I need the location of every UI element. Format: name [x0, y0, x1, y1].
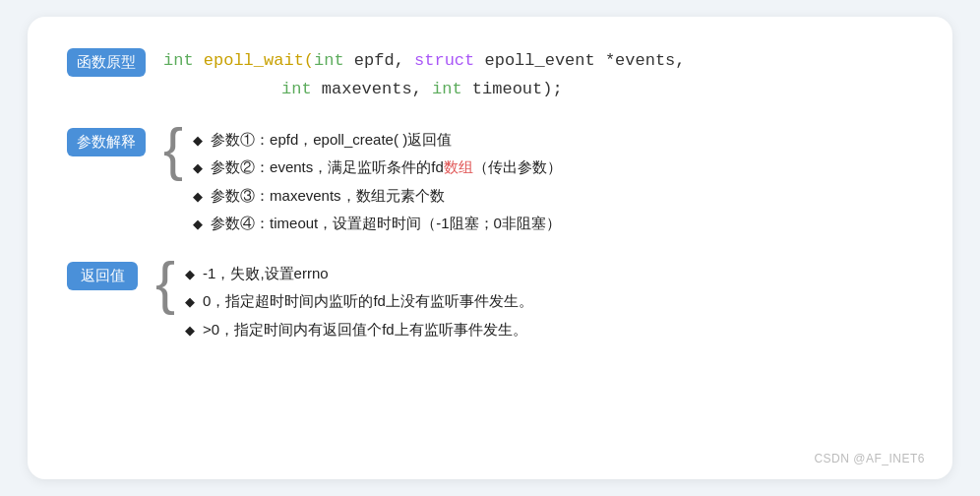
int-keyword-2: int	[314, 51, 344, 70]
code-line-1: int epoll_wait(int epfd, struct epoll_ev…	[163, 47, 686, 76]
int-keyword-1: int	[163, 51, 194, 70]
epfd-param: epfd,	[344, 51, 414, 70]
prototype-code: int epoll_wait(int epfd, struct epoll_ev…	[163, 46, 686, 104]
left-bracket-params: {	[163, 120, 183, 179]
array-highlight: 数组	[444, 158, 473, 175]
params-label: 参数解释	[67, 128, 146, 156]
return-section: 返回值 { ◆ -1，失败,设置errno ◆ 0，指定超时时间内监听的fd上没…	[67, 260, 913, 344]
return-text-3: >0，指定时间内有返回值个fd上有监听事件发生。	[203, 316, 527, 344]
maxevents-param: maxevents,	[312, 80, 432, 98]
params-list: ◆ 参数①：epfd，epoll_create( )返回值 ◆ 参数②：even…	[193, 126, 562, 238]
return-text-1: -1，失败,设置errno	[203, 260, 329, 288]
return-item-2: ◆ 0，指定超时时间内监听的fd上没有监听事件发生。	[185, 287, 533, 316]
code-line-2: int maxevents, int timeout);	[163, 76, 686, 104]
main-card: 函数原型 int epoll_wait(int epfd, struct epo…	[28, 17, 952, 479]
diamond-icon-1: ◆	[193, 129, 203, 154]
param-item-1: ◆ 参数①：epfd，epoll_create( )返回值	[193, 126, 562, 155]
watermark: CSDN @AF_INET6	[814, 452, 925, 465]
diamond-icon-r3: ◆	[185, 319, 195, 343]
return-bracket-block: { ◆ -1，失败,设置errno ◆ 0，指定超时时间内监听的fd上没有监听事…	[155, 260, 533, 344]
prototype-section: 函数原型 int epoll_wait(int epfd, struct epo…	[67, 46, 913, 104]
diamond-icon-r2: ◆	[185, 290, 195, 315]
param-text-2: 参数②：events，满足监听条件的fd数组（传出参数）	[211, 154, 562, 182]
params-bracket-block: { ◆ 参数①：epfd，epoll_create( )返回值 ◆ 参数②：ev…	[163, 126, 562, 238]
diamond-icon-r1: ◆	[185, 263, 195, 287]
struct-keyword: struct	[414, 51, 474, 70]
diamond-icon-2: ◆	[193, 156, 203, 181]
return-text-2: 0，指定超时时间内监听的fd上没有监听事件发生。	[203, 287, 533, 316]
params-section: 参数解释 { ◆ 参数①：epfd，epoll_create( )返回值 ◆ 参…	[67, 126, 913, 238]
events-param: epoll_event *events,	[474, 51, 685, 70]
diamond-icon-4: ◆	[193, 213, 203, 237]
int-keyword-3: int	[281, 80, 312, 98]
param-item-3: ◆ 参数③：maxevents，数组元素个数	[193, 182, 562, 211]
int-keyword-4: int	[432, 80, 462, 98]
param-item-2: ◆ 参数②：events，满足监听条件的fd数组（传出参数）	[193, 154, 562, 182]
param-item-4: ◆ 参数④：timeout，设置超时时间（-1阻塞；0非阻塞）	[193, 210, 562, 238]
return-item-3: ◆ >0，指定时间内有返回值个fd上有监听事件发生。	[185, 316, 533, 344]
param-text-1: 参数①：epfd，epoll_create( )返回值	[211, 126, 452, 155]
diamond-icon-3: ◆	[193, 185, 203, 210]
return-item-1: ◆ -1，失败,设置errno	[185, 260, 533, 288]
prototype-label: 函数原型	[67, 48, 146, 77]
param-text-3: 参数③：maxevents，数组元素个数	[211, 182, 445, 211]
left-bracket-return: {	[155, 254, 175, 313]
func-name: epoll_wait(	[204, 51, 314, 70]
param-text-4: 参数④：timeout，设置超时时间（-1阻塞；0非阻塞）	[211, 210, 561, 238]
timeout-param: timeout);	[462, 80, 563, 98]
return-list: ◆ -1，失败,设置errno ◆ 0，指定超时时间内监听的fd上没有监听事件发…	[185, 260, 533, 344]
return-label: 返回值	[67, 262, 138, 290]
